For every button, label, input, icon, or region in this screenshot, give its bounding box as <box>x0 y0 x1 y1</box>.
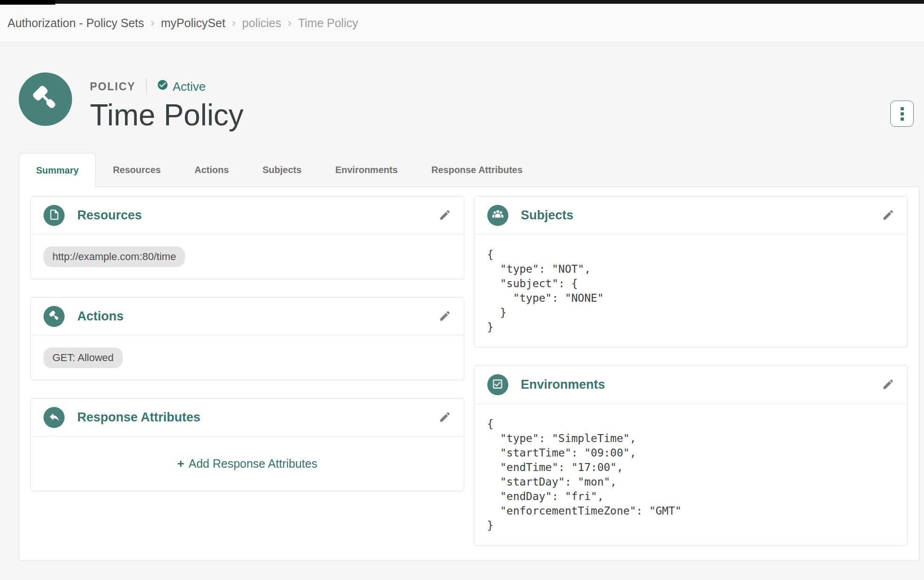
resource-chip: http://example.com:80/time <box>44 246 185 267</box>
pencil-icon <box>882 378 895 392</box>
actions-card: Actions GET: Allowed <box>30 297 464 380</box>
breadcrumb-item-current: Time Policy <box>298 16 358 30</box>
file-icon <box>48 209 60 223</box>
breadcrumb-item-policy-sets[interactable]: Authorization - Policy Sets <box>7 16 144 30</box>
gavel-icon <box>48 310 60 324</box>
actions-edit-button[interactable] <box>439 310 451 324</box>
environments-card-icon-circle <box>487 374 508 395</box>
subjects-edit-button[interactable] <box>882 209 895 223</box>
plus-icon: + <box>177 457 184 471</box>
right-column: Subjects { "type": "NOT", "subject": { "… <box>474 196 908 564</box>
subjects-card: Subjects { "type": "NOT", "subject": { "… <box>474 196 908 348</box>
left-column: Resources http://example.com:80/time <box>30 196 464 564</box>
resources-card-title: Resources <box>77 208 142 223</box>
breadcrumb-separator: › <box>232 16 235 29</box>
top-bar-notch <box>0 0 55 5</box>
environments-json: { "type": "SimpleTime", "startTime": "09… <box>475 404 908 545</box>
policy-avatar <box>19 72 72 126</box>
status-label: Active <box>173 80 206 94</box>
summary-panel: Resources http://example.com:80/time <box>19 187 919 561</box>
actions-card-icon-circle <box>44 306 65 327</box>
gavel-icon <box>30 83 60 115</box>
action-chip: GET: Allowed <box>44 348 123 368</box>
main-content: POLICY Active Time Policy Summary R <box>0 72 924 561</box>
environments-edit-button[interactable] <box>882 378 895 392</box>
tab-bar: Summary Resources Actions Subjects Envir… <box>19 153 919 187</box>
response-attributes-card-title: Response Attributes <box>77 410 200 425</box>
kebab-menu-icon <box>901 107 904 110</box>
check-circle-icon <box>157 79 173 94</box>
breadcrumb: Authorization - Policy Sets › myPolicySe… <box>0 4 924 43</box>
add-response-attributes-link[interactable]: + Add Response Attributes <box>177 457 317 471</box>
policy-header-text: POLICY Active Time Policy <box>90 72 890 131</box>
header-divider <box>146 78 147 95</box>
add-response-attributes-label: Add Response Attributes <box>189 457 317 471</box>
more-actions-button[interactable] <box>890 101 914 127</box>
pencil-icon <box>882 209 895 223</box>
tab-resources[interactable]: Resources <box>96 153 177 187</box>
subjects-card-icon-circle <box>487 205 508 226</box>
kebab-menu-icon <box>901 117 904 121</box>
resources-edit-button[interactable] <box>439 209 451 223</box>
actions-card-title: Actions <box>77 309 124 324</box>
response-attributes-card: Response Attributes + Add Re <box>30 398 464 491</box>
subjects-json: { "type": "NOT", "subject": { "type": "N… <box>475 235 908 347</box>
tab-response-attributes[interactable]: Response Attributes <box>415 153 540 187</box>
subjects-card-title: Subjects <box>521 208 574 223</box>
top-bar <box>0 0 924 4</box>
page-title: Time Policy <box>90 99 890 131</box>
tab-environments[interactable]: Environments <box>318 153 414 187</box>
pencil-icon <box>439 310 451 324</box>
breadcrumb-item-mypolicyset[interactable]: myPolicySet <box>161 16 226 30</box>
response-attributes-edit-button[interactable] <box>439 411 451 425</box>
reply-arrow-icon <box>48 411 60 425</box>
resources-card-icon-circle <box>44 205 65 226</box>
kebab-menu-icon <box>901 112 904 116</box>
environments-card-title: Environments <box>521 377 605 392</box>
breadcrumb-separator: › <box>288 16 292 29</box>
resources-card: Resources http://example.com:80/time <box>30 196 464 279</box>
response-attributes-card-icon-circle <box>44 407 65 428</box>
check-square-icon <box>491 378 504 392</box>
tab-actions[interactable]: Actions <box>177 153 245 187</box>
pencil-icon <box>439 411 451 425</box>
pencil-icon <box>439 209 451 223</box>
breadcrumb-separator: › <box>151 16 154 29</box>
policy-type-label: POLICY <box>90 80 136 93</box>
environments-card: Environments { "type": "SimpleTime", "st… <box>474 365 908 546</box>
status-badge: Active <box>157 79 206 94</box>
users-icon <box>491 208 504 223</box>
tab-summary[interactable]: Summary <box>19 153 96 187</box>
policy-header: POLICY Active Time Policy <box>19 72 919 131</box>
tab-subjects[interactable]: Subjects <box>246 153 318 187</box>
breadcrumb-item-policies[interactable]: policies <box>242 16 281 30</box>
